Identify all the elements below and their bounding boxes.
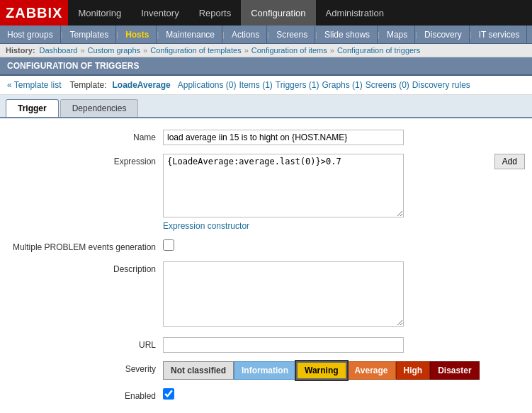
- main-nav: MonitoringInventoryReportsConfigurationA…: [68, 0, 393, 26]
- form-area: Name Expression Add Expression construct…: [0, 118, 532, 413]
- url-input[interactable]: [163, 337, 404, 353]
- template-line: « Template list Template: LoadeAverage A…: [0, 76, 532, 95]
- multiple-problem-control: [163, 239, 525, 253]
- template-nav-items[interactable]: Items (1): [239, 80, 273, 90]
- severity-buttons: Not classifiedInformationWarningAverageH…: [163, 361, 525, 380]
- sec-nav-item-host-groups[interactable]: Host groups: [0, 26, 61, 43]
- sec-nav-item-maintenance[interactable]: Maintenance: [159, 26, 222, 43]
- sec-nav-item-discovery[interactable]: Discovery: [417, 26, 470, 43]
- enabled-checkbox[interactable]: [163, 388, 174, 400]
- breadcrumb-item-config-triggers[interactable]: Configuration of triggers: [337, 46, 420, 55]
- name-control: [163, 130, 525, 145]
- template-prefix: Template:: [69, 80, 106, 90]
- multiple-problem-label: Multiple PROBLEM events generation: [7, 239, 163, 252]
- breadcrumb-sep: »: [330, 46, 334, 55]
- url-row: URL: [0, 333, 532, 357]
- severity-btn-disaster[interactable]: Disaster: [430, 361, 479, 380]
- breadcrumb: History: Dashboard»Custom graphs»Configu…: [0, 44, 532, 57]
- multiple-problem-checkbox[interactable]: [163, 239, 174, 251]
- severity-btn-not-classified[interactable]: Not classified: [163, 361, 234, 380]
- template-nav-discovery-rules[interactable]: Discovery rules: [412, 80, 470, 90]
- breadcrumb-item-custom-graphs[interactable]: Custom graphs: [88, 46, 141, 55]
- severity-row: Severity Not classifiedInformationWarnin…: [0, 357, 532, 384]
- top-bar: ZABBIX MonitoringInventoryReportsConfigu…: [0, 0, 532, 26]
- main-nav-item-configuration[interactable]: Configuration: [241, 0, 315, 26]
- breadcrumb-sep: »: [244, 46, 249, 55]
- logo: ZABBIX: [0, 0, 68, 26]
- expression-label: Expression: [7, 154, 163, 166]
- sec-nav-item-it-services[interactable]: IT services: [472, 26, 528, 43]
- section-header: Configuration of triggers: [0, 57, 532, 76]
- breadcrumb-item-config-templates[interactable]: Configuration of templates: [150, 46, 241, 55]
- severity-btn-average[interactable]: Average: [347, 361, 396, 380]
- multiple-problem-row: Multiple PROBLEM events generation: [0, 235, 532, 257]
- template-name-link[interactable]: LoadeAverage: [113, 80, 171, 90]
- expression-constructor-link[interactable]: Expression constructor: [163, 221, 249, 231]
- sec-nav-item-actions[interactable]: Actions: [225, 26, 267, 43]
- main-nav-item-administration[interactable]: Administration: [316, 0, 394, 26]
- template-nav-applications[interactable]: Applications (0): [178, 80, 237, 90]
- url-label: URL: [7, 337, 163, 350]
- expression-control: Add Expression constructor: [163, 154, 525, 231]
- name-label: Name: [7, 130, 163, 142]
- breadcrumb-sep: »: [143, 46, 147, 55]
- tab-trigger[interactable]: Trigger: [6, 99, 59, 117]
- template-nav-screens[interactable]: Screens (0): [366, 80, 409, 90]
- sec-nav-item-templates[interactable]: Templates: [63, 26, 117, 43]
- main-nav-item-reports[interactable]: Reports: [189, 0, 242, 26]
- template-nav-triggers[interactable]: Triggers (1): [276, 80, 319, 90]
- template-list-link[interactable]: « Template list: [7, 80, 61, 90]
- enabled-control: [163, 388, 525, 402]
- template-nav-graphs[interactable]: Graphs (1): [322, 80, 362, 90]
- url-control: [163, 337, 525, 353]
- sec-nav-item-hosts[interactable]: Hosts: [118, 26, 157, 43]
- description-label: Description: [7, 261, 163, 274]
- severity-btn-warning[interactable]: Warning: [296, 361, 347, 380]
- sec-nav-item-slide-shows[interactable]: Slide shows: [317, 26, 378, 43]
- breadcrumb-sep: »: [80, 46, 84, 55]
- expression-row: Expression Add Expression constructor: [0, 149, 532, 235]
- expression-textarea[interactable]: [163, 154, 404, 217]
- name-input[interactable]: [163, 130, 404, 145]
- add-button[interactable]: Add: [494, 154, 525, 169]
- severity-btn-information[interactable]: Information: [234, 361, 296, 380]
- severity-label: Severity: [7, 361, 163, 374]
- severity-control: Not classifiedInformationWarningAverageH…: [163, 361, 525, 380]
- enabled-row: Enabled: [0, 384, 532, 406]
- logo-text: ZABBIX: [6, 5, 62, 21]
- description-textarea[interactable]: [163, 261, 404, 327]
- sec-nav-item-screens[interactable]: Screens: [269, 26, 315, 43]
- main-nav-item-inventory[interactable]: Inventory: [131, 0, 188, 26]
- breadcrumb-item-config-items[interactable]: Configuration of items: [251, 46, 327, 55]
- breadcrumb-label: History:: [6, 46, 35, 55]
- enabled-label: Enabled: [7, 388, 163, 401]
- name-row: Name: [0, 125, 532, 149]
- sec-nav-item-maps[interactable]: Maps: [380, 26, 415, 43]
- description-control: [163, 261, 525, 329]
- tab-dependencies[interactable]: Dependencies: [60, 99, 139, 117]
- severity-btn-high[interactable]: High: [396, 361, 431, 380]
- tabs: TriggerDependencies: [0, 95, 532, 118]
- main-nav-item-monitoring[interactable]: Monitoring: [68, 0, 131, 26]
- secondary-nav: Host groups|Templates|Hosts|Maintenance|…: [0, 26, 532, 44]
- breadcrumb-item-dashboard[interactable]: Dashboard: [40, 46, 78, 55]
- description-row: Description: [0, 257, 532, 333]
- template-nav-links: Applications (0) Items (1) Triggers (1) …: [178, 80, 470, 90]
